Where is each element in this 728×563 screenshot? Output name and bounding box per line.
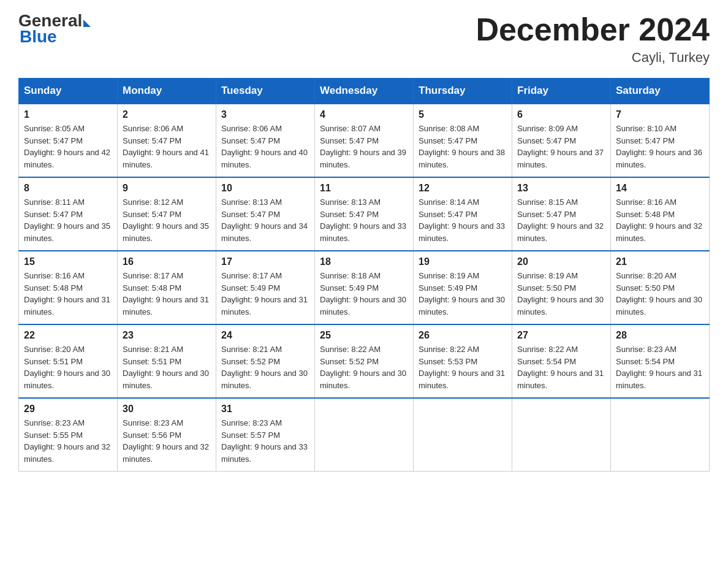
daylight-duration: Daylight: 9 hours and 33 minutes. [419, 221, 505, 243]
sunset-time: Sunset: 5:49 PM [221, 283, 280, 293]
calendar-cell: 16 Sunrise: 8:17 AM Sunset: 5:48 PM Dayl… [118, 251, 216, 324]
day-info: Sunrise: 8:19 AM Sunset: 5:50 PM Dayligh… [517, 270, 605, 318]
day-number: 6 [517, 109, 605, 120]
calendar-cell: 7 Sunrise: 8:10 AM Sunset: 5:47 PM Dayli… [611, 104, 710, 177]
calendar-cell: 26 Sunrise: 8:22 AM Sunset: 5:53 PM Dayl… [414, 324, 512, 398]
sunset-time: Sunset: 5:47 PM [616, 136, 675, 145]
calendar-cell: 2 Sunrise: 8:06 AM Sunset: 5:47 PM Dayli… [118, 104, 216, 177]
day-number: 27 [517, 330, 605, 341]
calendar-cell [512, 398, 611, 472]
sunset-time: Sunset: 5:47 PM [24, 210, 83, 219]
sunrise-time: Sunrise: 8:06 AM [123, 124, 183, 133]
day-info: Sunrise: 8:05 AM Sunset: 5:47 PM Dayligh… [24, 123, 112, 170]
logo: General Blue [18, 12, 91, 47]
calendar-cell: 28 Sunrise: 8:23 AM Sunset: 5:54 PM Dayl… [611, 324, 710, 398]
daylight-duration: Daylight: 9 hours and 34 minutes. [221, 221, 308, 243]
calendar-cell: 6 Sunrise: 8:09 AM Sunset: 5:47 PM Dayli… [512, 104, 611, 177]
daylight-duration: Daylight: 9 hours and 30 minutes. [320, 369, 406, 390]
sunset-time: Sunset: 5:47 PM [419, 136, 477, 145]
sunrise-time: Sunrise: 8:23 AM [616, 345, 677, 354]
day-number: 21 [616, 256, 704, 267]
day-number: 30 [123, 404, 211, 415]
calendar-cell: 4 Sunrise: 8:07 AM Sunset: 5:47 PM Dayli… [315, 104, 414, 177]
daylight-duration: Daylight: 9 hours and 38 minutes. [419, 148, 505, 169]
day-number: 3 [221, 109, 309, 120]
day-info: Sunrise: 8:18 AM Sunset: 5:49 PM Dayligh… [320, 270, 408, 318]
calendar-cell: 17 Sunrise: 8:17 AM Sunset: 5:49 PM Dayl… [216, 251, 315, 324]
daylight-duration: Daylight: 9 hours and 35 minutes. [24, 221, 110, 243]
daylight-duration: Daylight: 9 hours and 30 minutes. [517, 295, 604, 316]
sunrise-time: Sunrise: 8:08 AM [419, 124, 479, 133]
day-info: Sunrise: 8:21 AM Sunset: 5:51 PM Dayligh… [123, 343, 211, 391]
day-info: Sunrise: 8:06 AM Sunset: 5:47 PM Dayligh… [221, 123, 309, 170]
sunrise-time: Sunrise: 8:19 AM [517, 271, 578, 280]
sunrise-time: Sunrise: 8:09 AM [517, 124, 578, 133]
col-wednesday: Wednesday [315, 79, 414, 104]
daylight-duration: Daylight: 9 hours and 33 minutes. [320, 221, 406, 243]
daylight-duration: Daylight: 9 hours and 31 minutes. [419, 369, 505, 390]
day-info: Sunrise: 8:19 AM Sunset: 5:49 PM Dayligh… [419, 270, 507, 318]
sunset-time: Sunset: 5:55 PM [24, 431, 83, 440]
daylight-duration: Daylight: 9 hours and 31 minutes. [517, 369, 604, 390]
day-info: Sunrise: 8:21 AM Sunset: 5:52 PM Dayligh… [221, 343, 309, 391]
calendar-cell: 29 Sunrise: 8:23 AM Sunset: 5:55 PM Dayl… [19, 398, 118, 472]
calendar-cell: 21 Sunrise: 8:20 AM Sunset: 5:50 PM Dayl… [611, 251, 710, 324]
calendar-cell: 27 Sunrise: 8:22 AM Sunset: 5:54 PM Dayl… [512, 324, 611, 398]
calendar-cell: 13 Sunrise: 8:15 AM Sunset: 5:47 PM Dayl… [512, 177, 611, 251]
calendar-cell: 23 Sunrise: 8:21 AM Sunset: 5:51 PM Dayl… [118, 324, 216, 398]
calendar-week-row-5: 29 Sunrise: 8:23 AM Sunset: 5:55 PM Dayl… [19, 398, 710, 472]
sunset-time: Sunset: 5:52 PM [320, 357, 379, 366]
calendar-cell: 14 Sunrise: 8:16 AM Sunset: 5:48 PM Dayl… [611, 177, 710, 251]
sunrise-time: Sunrise: 8:23 AM [123, 418, 183, 427]
day-number: 20 [517, 256, 605, 267]
sunset-time: Sunset: 5:48 PM [24, 283, 83, 293]
day-number: 14 [616, 183, 704, 194]
day-number: 16 [123, 256, 211, 267]
day-number: 24 [221, 330, 309, 341]
daylight-duration: Daylight: 9 hours and 31 minutes. [221, 295, 308, 316]
logo-arrow-icon [83, 20, 91, 27]
day-number: 1 [24, 109, 112, 120]
col-friday: Friday [512, 79, 611, 104]
sunrise-time: Sunrise: 8:14 AM [419, 197, 479, 207]
day-number: 18 [320, 256, 408, 267]
calendar-cell: 1 Sunrise: 8:05 AM Sunset: 5:47 PM Dayli… [19, 104, 118, 177]
col-tuesday: Tuesday [216, 79, 315, 104]
sunset-time: Sunset: 5:50 PM [517, 283, 576, 293]
day-info: Sunrise: 8:15 AM Sunset: 5:47 PM Dayligh… [517, 196, 605, 244]
daylight-duration: Daylight: 9 hours and 35 minutes. [123, 221, 209, 243]
daylight-duration: Daylight: 9 hours and 30 minutes. [320, 295, 406, 316]
sunset-time: Sunset: 5:51 PM [123, 357, 181, 366]
sunset-time: Sunset: 5:57 PM [221, 431, 280, 440]
day-number: 9 [123, 183, 211, 194]
daylight-duration: Daylight: 9 hours and 32 minutes. [123, 442, 209, 464]
daylight-duration: Daylight: 9 hours and 30 minutes. [616, 295, 702, 316]
calendar-table: Sunday Monday Tuesday Wednesday Thursday… [18, 78, 710, 472]
sunrise-time: Sunrise: 8:10 AM [616, 124, 677, 133]
sunset-time: Sunset: 5:47 PM [24, 136, 83, 145]
daylight-duration: Daylight: 9 hours and 30 minutes. [221, 369, 308, 390]
sunrise-time: Sunrise: 8:23 AM [24, 418, 85, 427]
day-number: 22 [24, 330, 112, 341]
sunset-time: Sunset: 5:52 PM [221, 357, 280, 366]
sunset-time: Sunset: 5:47 PM [517, 136, 576, 145]
calendar-week-row-1: 1 Sunrise: 8:05 AM Sunset: 5:47 PM Dayli… [19, 104, 710, 177]
day-info: Sunrise: 8:10 AM Sunset: 5:47 PM Dayligh… [616, 123, 704, 170]
calendar-cell [611, 398, 710, 472]
sunrise-time: Sunrise: 8:13 AM [221, 197, 282, 207]
sunrise-time: Sunrise: 8:06 AM [221, 124, 282, 133]
calendar-cell [414, 398, 512, 472]
daylight-duration: Daylight: 9 hours and 41 minutes. [123, 148, 209, 169]
calendar-week-row-2: 8 Sunrise: 8:11 AM Sunset: 5:47 PM Dayli… [19, 177, 710, 251]
sunrise-time: Sunrise: 8:15 AM [517, 197, 578, 207]
sunrise-time: Sunrise: 8:05 AM [24, 124, 85, 133]
day-number: 11 [320, 183, 408, 194]
day-info: Sunrise: 8:22 AM Sunset: 5:54 PM Dayligh… [517, 343, 605, 391]
day-number: 12 [419, 183, 507, 194]
sunset-time: Sunset: 5:48 PM [616, 210, 675, 219]
sunrise-time: Sunrise: 8:12 AM [123, 197, 183, 207]
calendar-cell: 3 Sunrise: 8:06 AM Sunset: 5:47 PM Dayli… [216, 104, 315, 177]
calendar-cell: 19 Sunrise: 8:19 AM Sunset: 5:49 PM Dayl… [414, 251, 512, 324]
calendar-week-row-3: 15 Sunrise: 8:16 AM Sunset: 5:48 PM Dayl… [19, 251, 710, 324]
daylight-duration: Daylight: 9 hours and 31 minutes. [123, 295, 209, 316]
